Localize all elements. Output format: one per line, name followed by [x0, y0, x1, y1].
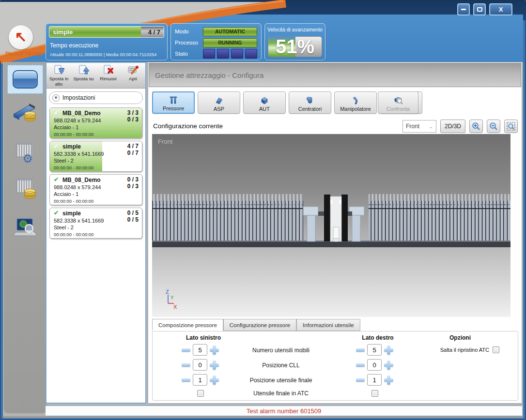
minimize-button[interactable]	[457, 3, 470, 15]
job-card-size: 988.0248 x 579.244	[54, 118, 101, 123]
left-final-tool-spinner: 1	[182, 374, 219, 386]
view-select[interactable]: Front ⌄	[402, 120, 436, 133]
asp-icon	[214, 96, 224, 105]
tab-aut[interactable]: AUT	[243, 91, 286, 114]
mode-value: AUTOMATIC	[203, 27, 257, 36]
minus-button[interactable]	[182, 363, 190, 367]
plus-button[interactable]	[210, 360, 219, 370]
zoom-fit-icon	[506, 121, 516, 131]
open-button[interactable]: Apri	[121, 63, 145, 88]
dimension-toggle-button[interactable]: 2D/3D	[440, 120, 465, 133]
plus-button[interactable]	[210, 345, 219, 355]
compare-button[interactable]: Confronta	[378, 91, 418, 114]
tab-manipolatore[interactable]: Manipolatore	[334, 91, 377, 114]
zoom-in-button[interactable]	[469, 120, 483, 133]
job-card-size: 988.0248 x 579.244	[54, 184, 101, 190]
left-cll-position-spinner: 0	[182, 359, 219, 371]
right-side-header: Lato destro	[354, 334, 402, 341]
chevron-down-icon: ▼	[52, 94, 60, 102]
value-field[interactable]: 0	[193, 359, 207, 371]
tab-asp[interactable]: ASP	[198, 91, 240, 114]
left-final-tool-atc-checkbox[interactable]	[197, 390, 204, 397]
right-final-tool-atc-checkbox[interactable]	[371, 390, 378, 397]
zoom-out-button[interactable]	[487, 120, 500, 133]
left-mobile-tools-spinner: 5	[182, 344, 219, 356]
job-card-material: Steel - 2	[54, 158, 74, 164]
job-card-counters: 0 / 3 0 / 3	[127, 176, 139, 190]
maximize-button[interactable]	[473, 3, 486, 15]
tab-label: ASP	[214, 106, 224, 112]
compare-icon	[392, 95, 404, 105]
job-card[interactable]: ✔ MB_08_Demo 0 / 3 0 / 3 988.0248 x 579.…	[49, 174, 142, 205]
machine-viewport[interactable]: Front	[152, 134, 511, 317]
pressore-icon	[168, 95, 179, 105]
atc-row-label: Utensile finale in ATC	[223, 390, 339, 397]
tab-pressore[interactable]: Pressore	[152, 91, 195, 114]
axis-x-label: X	[173, 304, 177, 310]
brand-text: TheSOFTWARE	[3, 51, 45, 57]
plus-button[interactable]	[384, 375, 393, 385]
plus-button[interactable]	[384, 345, 393, 355]
subtab-configurazione[interactable]: Configurazione pressore	[223, 319, 296, 331]
value-field[interactable]: 5	[193, 344, 207, 356]
count-top: 3 / 3	[127, 109, 139, 116]
close-button[interactable]: X	[489, 3, 512, 15]
value-field[interactable]: 1	[193, 374, 207, 386]
skip-atc-restore-checkbox[interactable]	[493, 346, 499, 353]
sidebar-item-machine-panel[interactable]	[7, 65, 43, 94]
alarm-status-bar: Test alarm number 601509	[46, 405, 522, 416]
job-card-name: simple	[62, 210, 81, 217]
right-final-tool-spinner: 1	[356, 374, 393, 386]
central-carriage	[303, 195, 364, 241]
aut-icon	[259, 96, 270, 105]
move-to-top-button[interactable]: Sposta in alto	[46, 63, 71, 88]
job-card[interactable]: ✔ simple 0 / 5 0 / 5 582.3338 x 541.1669…	[49, 208, 142, 239]
sidebar-item-press-database[interactable]	[7, 173, 43, 202]
minus-button[interactable]	[182, 348, 190, 352]
value-field[interactable]: 0	[367, 359, 382, 371]
minus-button[interactable]	[356, 348, 365, 352]
value-field[interactable]: 1	[367, 374, 382, 386]
job-card-material: Steel - 2	[54, 225, 74, 230]
remove-button[interactable]: Rimuovi	[96, 63, 121, 88]
value-field[interactable]: 5	[367, 344, 382, 356]
plus-button[interactable]	[384, 360, 393, 370]
remove-icon	[102, 64, 115, 76]
open-icon	[127, 64, 139, 76]
tab-centratori[interactable]: Centratori	[289, 91, 331, 114]
sidebar-item-press-setup[interactable]: ⚙	[7, 136, 43, 165]
job-card[interactable]: ✔ MB_08_Demo 3 / 3 0 / 3 988.0248 x 579.…	[49, 107, 142, 138]
page-title: Gestione attrezzaggio - Configura	[149, 63, 521, 87]
job-card[interactable]: ✔ simple 4 / 7 0 / 7 582.3338 x 541.1669…	[49, 141, 142, 172]
feed-speed-gauge: 51%	[268, 36, 322, 57]
options-header: Opzioni	[431, 334, 489, 341]
job-card-time: 00:00:00 - 00:00:00	[54, 198, 93, 204]
state-block	[231, 49, 243, 59]
sidebar-item-tool-rail-database[interactable]	[7, 97, 43, 126]
job-card-name: simple	[62, 143, 81, 150]
check-icon: ✔	[54, 176, 59, 183]
tool-fence-right	[369, 194, 511, 241]
minimize-icon	[461, 9, 466, 10]
minus-button[interactable]	[182, 378, 190, 382]
feed-speed-title: Velocità di avanzamento	[265, 27, 325, 32]
plus-button[interactable]	[210, 375, 219, 385]
move-up-button[interactable]: Sposta su	[71, 63, 96, 88]
count-bottom: 0 / 3	[127, 183, 139, 190]
right-cll-position-spinner: 0	[356, 359, 393, 371]
tab-label: Manipolatore	[340, 106, 371, 112]
move-up-icon	[77, 64, 90, 76]
process-label: Processo	[175, 40, 203, 45]
subtab-composizione[interactable]: Composizione pressore	[152, 319, 223, 331]
zoom-in-icon	[472, 122, 480, 131]
left-side-header: Lato sinistro	[179, 334, 228, 341]
zoom-fit-button[interactable]	[504, 120, 518, 133]
view-toolbar: Configurazione corrente Front ⌄ 2D/3D	[153, 120, 518, 134]
sidebar-item-diagnostics[interactable]	[7, 214, 43, 243]
settings-dropdown[interactable]: ▼ Impostazioni	[49, 91, 143, 104]
axis-z-label: Z	[166, 289, 169, 295]
minus-button[interactable]	[356, 363, 365, 367]
row-label: Posizione utensile finale	[223, 377, 339, 384]
subtab-informazioni[interactable]: Informazioni utensile	[296, 319, 360, 331]
minus-button[interactable]	[356, 378, 365, 382]
